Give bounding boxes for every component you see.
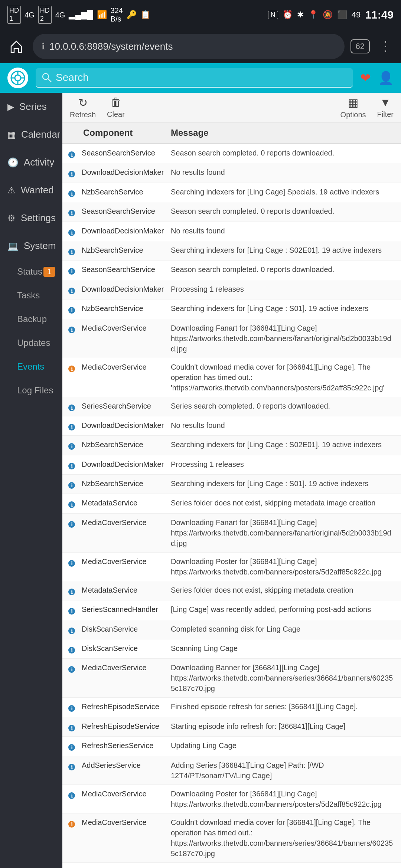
options-button[interactable]: ▦ Options: [340, 96, 366, 119]
event-component: AddSeriesService: [82, 760, 171, 770]
info-icon: ℹ: [68, 556, 82, 568]
info-icon: ℹ: [68, 789, 82, 800]
sidebar-item-settings[interactable]: ⚙ Settings: [0, 204, 62, 232]
sidebar-sub-events[interactable]: Events: [13, 355, 62, 379]
table-row: ℹAddSeriesServiceAdding Series [366841][…: [62, 756, 401, 785]
status-bar: HD1 4G HD2 4G ▂▄▆█ 📶 324B/s 🔑 📋 N ⏰ ✱ 📍 …: [0, 0, 401, 30]
sidebar-label-series: Series: [19, 101, 47, 112]
url-bar: ℹ 10.0.0.6:8989/system/events 62 ⋮: [0, 30, 401, 63]
refresh-button[interactable]: ↻ Refresh: [70, 96, 96, 119]
battery-icon: ⬛: [337, 10, 347, 20]
sidebar-sub-logfiles-label: Log Files: [17, 385, 53, 396]
event-message: Completed scanning disk for Ling Cage: [171, 624, 395, 634]
event-message: Downloading Poster for [366841][Ling Cag…: [171, 789, 395, 809]
event-component: DownloadDecisionMaker: [82, 284, 171, 294]
sidebar-item-activity[interactable]: 🕐 Activity: [0, 148, 62, 176]
refresh-label: Refresh: [70, 111, 96, 119]
event-message: Updating Ling Cage: [171, 740, 395, 751]
events-rows: ℹSeasonSearchServiceSeason search comple…: [62, 144, 401, 868]
table-row: ℹMediaCoverServiceDownloading Fanart for…: [62, 514, 401, 553]
info-icon: ℹ: [68, 478, 82, 490]
info-icon: ℹ: [68, 585, 82, 596]
wifi-icon: 📶: [97, 10, 107, 20]
search-bar[interactable]: Search: [36, 68, 353, 88]
event-component: MediaCoverService: [82, 517, 171, 528]
options-icon: ▦: [348, 96, 358, 109]
table-row: ℹDiskScanServiceScanning Ling Cage: [62, 639, 401, 659]
event-message: Adding Series [366841][Ling Cage] Path: …: [171, 760, 395, 781]
info-icon: ℹ: [68, 245, 82, 256]
sidebar-sub-logfiles[interactable]: Log Files: [13, 379, 62, 402]
event-component: DownloadDecisionMaker: [82, 420, 171, 430]
info-icon: ℹ: [68, 323, 82, 334]
info-icon: ℹ: [68, 662, 82, 674]
sidebar-label-activity: Activity: [24, 157, 54, 168]
table-row: ℹSeriesScannedHandler[Ling Cage] was rec…: [62, 600, 401, 620]
sidebar-item-calendar[interactable]: ▦ Calendar: [0, 121, 62, 148]
table-row: ℹRefreshEpisodeServiceFinished episode r…: [62, 698, 401, 717]
event-component: SeasonSearchService: [82, 206, 171, 216]
sidebar-item-series[interactable]: ▶ Series: [0, 93, 62, 121]
app-header: Search ❤ 👤: [0, 63, 401, 93]
svg-point-1: [15, 75, 21, 81]
event-component: RefreshEpisodeService: [82, 721, 171, 731]
signal-4g-2: 4G: [55, 11, 65, 19]
info-icon: ℹ: [68, 517, 82, 529]
event-component: MetadataService: [82, 498, 171, 508]
clear-icon: 🗑: [110, 96, 121, 109]
signal-bars: ▂▄▆█: [69, 10, 93, 20]
info-icon: ℹ: [68, 721, 82, 733]
event-component: DownloadDecisionMaker: [82, 226, 171, 236]
info-icon: ℹ: [68, 420, 82, 432]
table-row: ℹSeasonSearchServiceSeason search comple…: [62, 202, 401, 222]
sidebar-item-wanted[interactable]: ⚠ Wanted: [0, 176, 62, 204]
events-table-header: Component Message: [62, 122, 401, 144]
clear-button[interactable]: 🗑 Clear: [107, 96, 125, 119]
table-row: ℹNzbSearchServiceSearching indexers for …: [62, 241, 401, 261]
sidebar-sub-backup-label: Backup: [17, 314, 47, 324]
tab-count[interactable]: 62: [351, 39, 370, 53]
url-input[interactable]: ℹ 10.0.0.6:8989/system/events: [33, 34, 345, 59]
filter-button[interactable]: ▼ Filter: [377, 96, 394, 119]
event-component: MediaCoverService: [82, 556, 171, 567]
filter-label: Filter: [377, 110, 394, 119]
event-component: SeasonSearchService: [82, 148, 171, 158]
event-component: NzbSearchService: [82, 187, 171, 197]
table-row: ℹMediaCoverServiceDownloading Poster for…: [62, 553, 401, 581]
table-row: ℹNzbSearchServiceSearching indexers for …: [62, 299, 401, 319]
info-icon: ℹ: [68, 459, 82, 471]
table-row: ℹDownloadDecisionMakerProcessing 1 relea…: [62, 455, 401, 475]
sidebar-item-system[interactable]: 💻 System: [0, 232, 62, 260]
event-message: Finished episode refresh for series: [36…: [171, 701, 395, 712]
status-bar-right: N ⏰ ✱ 📍 🔕 ⬛ 49 11:49: [268, 9, 394, 21]
heart-icon[interactable]: ❤: [360, 71, 371, 85]
events-toolbar: ↻ Refresh 🗑 Clear ▦ Options ▼ Filter: [62, 93, 401, 122]
app-logo: [7, 68, 28, 88]
event-message: Downloading Fanart for [366841][Ling Cag…: [171, 517, 395, 548]
user-icon[interactable]: 👤: [378, 71, 394, 85]
sidebar-sub-updates[interactable]: Updates: [13, 331, 62, 355]
event-component: MediaCoverService: [82, 817, 171, 828]
sidebar-sub-updates-label: Updates: [17, 338, 50, 348]
sidebar-sub-backup[interactable]: Backup: [13, 307, 62, 331]
browser-menu-button[interactable]: ⋮: [376, 39, 395, 54]
system-icon: 💻: [7, 241, 19, 251]
sidebar-sub-tasks[interactable]: Tasks: [13, 284, 62, 307]
url-text: 10.0.0.6:8989/system/events: [49, 41, 336, 52]
notification-icon: 🔕: [323, 10, 333, 20]
clipboard-icon: 📋: [140, 10, 150, 20]
sidebar-sub-status[interactable]: Status 1: [13, 260, 62, 284]
sidebar-sub-menu: Status 1 Tasks Backup Updates Events Log…: [0, 260, 62, 402]
warn-icon: ℹ: [68, 867, 82, 868]
status-bar-left: HD1 4G HD2 4G ▂▄▆█ 📶 324B/s 🔑 📋: [7, 6, 150, 23]
event-message: [Ling Cage] was recently added, performi…: [171, 604, 395, 615]
info-icon: ℹ: [68, 624, 82, 635]
event-component: RefreshSeriesService: [82, 740, 171, 751]
info-icon: ℹ: [68, 760, 82, 772]
table-row: ℹDownloadDecisionMakerNo results found: [62, 222, 401, 241]
hd1-indicator: HD1: [7, 6, 21, 23]
speed-indicator: 324B/s: [111, 6, 123, 23]
search-placeholder: Search: [56, 72, 89, 83]
event-message: Processing 1 releases: [171, 459, 395, 469]
home-button[interactable]: [6, 36, 27, 57]
